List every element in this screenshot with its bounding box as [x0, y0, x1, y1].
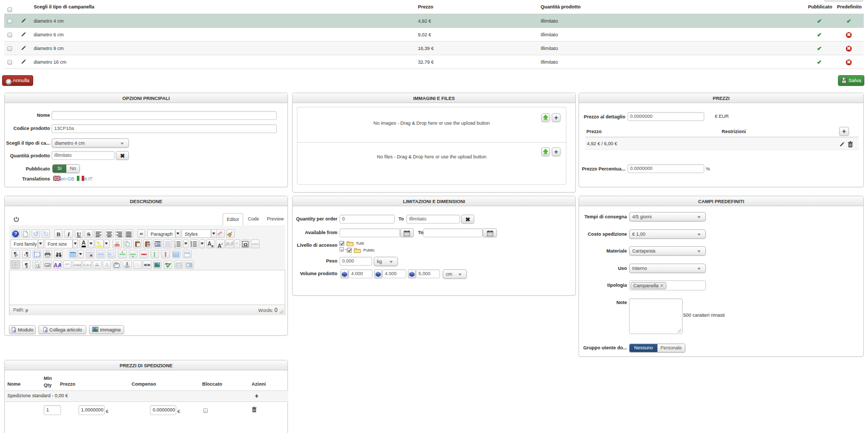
svg-text:3: 3	[175, 245, 176, 247]
svg-text:W: W	[147, 243, 150, 246]
svg-text:✖: ✖	[90, 254, 93, 257]
